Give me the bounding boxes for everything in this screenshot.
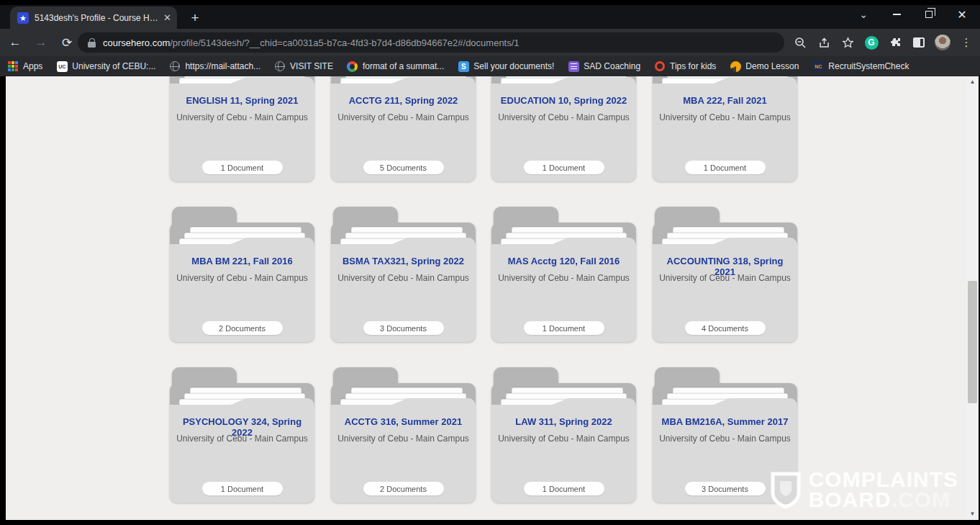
folder-title[interactable]: MBA 222, Fall 2021 (657, 95, 793, 106)
toolbar-right-icons: G ⋮ (790, 29, 980, 56)
course-folder-card[interactable]: MAS Acctg 120, Fall 2016University of Ce… (491, 207, 636, 342)
tab-search-chevron-icon[interactable]: ⌄ (847, 0, 880, 29)
document-count-pill: 5 Documents (363, 161, 444, 174)
course-folder-card[interactable]: ACCTG 316, Summer 2021University of Cebu… (331, 367, 476, 503)
bookmark-item[interactable]: format of a summat... (347, 60, 444, 72)
folder-school: University of Cebu - Main Campus (657, 112, 793, 122)
folder-school: University of Cebu - Main Campus (335, 434, 471, 444)
globe-icon (274, 60, 286, 72)
bookmark-label: University of CEBU:... (72, 61, 155, 71)
bookmark-item[interactable]: UCUniversity of CEBU:... (56, 60, 155, 72)
minimize-icon (893, 14, 901, 15)
close-window-button[interactable]: ✕ (945, 0, 979, 29)
url-domain: coursehero.com (103, 37, 170, 48)
new-tab-button[interactable]: + (186, 9, 204, 27)
browser-window: ★ 5143desh's Profile - Course Hero ✕ + ⌄… (0, 0, 980, 525)
bookmark-item[interactable]: https://mail-attach... (169, 60, 260, 72)
course-folder-card[interactable]: PSYCHOLOGY 324, Spring 2022University of… (170, 367, 314, 503)
document-count-pill: 1 Document (202, 482, 283, 495)
bookmark-label: SAD Coaching (584, 61, 640, 71)
url-path: /profile/5143desh/?__chid=ca0031a5-b7ca-… (170, 37, 519, 48)
bookmark-item[interactable]: Tips for kids (654, 60, 716, 72)
complaintsboard-watermark: COMPLAINTS BOARD.COM (770, 470, 958, 510)
ring-icon (654, 60, 666, 72)
course-folder-card[interactable]: EDUCATION 10, Spring 2022University of C… (491, 76, 636, 181)
watermark-line1: COMPLAINTS (809, 470, 958, 490)
forward-button[interactable]: → (30, 32, 52, 53)
watermark-suffix: .COM (891, 488, 950, 511)
folder-school: University of Cebu - Main Campus (496, 434, 632, 444)
bookmark-item[interactable]: NCRecruitSystemCheck (812, 60, 909, 72)
bookmark-item[interactable]: Demo Lesson (730, 60, 799, 72)
scroll-down-arrow-icon[interactable]: ▼ (966, 508, 979, 520)
bookmarks-bar: AppsUCUniversity of CEBU:...https://mail… (0, 56, 980, 76)
bookmark-label: Tips for kids (670, 61, 716, 71)
course-folder-card[interactable]: ENGLISH 11, Spring 2021University of Ceb… (170, 76, 314, 181)
nc-badge-icon: NC (812, 60, 824, 72)
browser-menu-icon[interactable]: ⋮ (956, 32, 976, 53)
coursehero-favicon-star-icon: ★ (17, 12, 29, 24)
document-count-pill: 1 Document (202, 161, 283, 174)
bookmark-star-icon[interactable] (838, 32, 858, 53)
folder-title[interactable]: MAS Acctg 120, Fall 2016 (496, 256, 632, 266)
course-folder-card[interactable]: MBA 222, Fall 2021University of Cebu - M… (653, 76, 797, 181)
bookmark-label: https://mail-attach... (185, 61, 260, 71)
scroll-up-arrow-icon[interactable]: ▲ (966, 76, 979, 88)
minimize-button[interactable] (880, 0, 913, 29)
folder-school: University of Cebu - Main Campus (335, 112, 471, 122)
tab-title: 5143desh's Profile - Course Hero (35, 13, 159, 23)
document-count-pill: 4 Documents (685, 321, 766, 335)
reload-button[interactable]: ⟳ (56, 32, 78, 53)
folder-title[interactable]: BSMA TAX321, Spring 2022 (335, 256, 471, 266)
back-button[interactable]: ← (4, 32, 26, 53)
bookmark-label: VISIT SITE (290, 61, 333, 71)
folder-title[interactable]: ACCTG 211, Spring 2022 (335, 95, 471, 106)
restore-icon (925, 11, 933, 18)
apps-grid-icon (7, 60, 19, 72)
bookmark-label: Sell your documents! (473, 61, 554, 71)
course-folder-card[interactable]: BSMA TAX321, Spring 2022University of Ce… (331, 207, 476, 342)
course-folder-card[interactable]: ACCTG 211, Spring 2022University of Cebu… (331, 76, 476, 181)
folder-title[interactable]: MBA BM 221, Fall 2016 (174, 256, 310, 266)
folder-school: University of Cebu - Main Campus (335, 273, 471, 283)
document-count-pill: 2 Documents (363, 482, 444, 495)
scrollbar-thumb[interactable] (968, 281, 977, 403)
course-folder-card[interactable]: ACCOUNTING 318, Spring 2021University of… (653, 207, 797, 342)
folder-title[interactable]: MBA BM216A, Summer 2017 (657, 416, 793, 427)
folder-title[interactable]: ENGLISH 11, Spring 2021 (174, 95, 310, 106)
bookmark-label: Demo Lesson (745, 61, 799, 71)
scrollbar[interactable]: ▲ ▼ (966, 76, 979, 520)
extensions-puzzle-icon[interactable] (885, 32, 905, 53)
share-icon[interactable] (814, 32, 834, 53)
course-folder-card[interactable]: LAW 311, Spring 2022University of Cebu -… (491, 367, 636, 503)
restore-button[interactable] (912, 0, 945, 29)
bookmark-item[interactable]: SSell your documents! (458, 60, 554, 72)
bookmark-item[interactable]: VISIT SITE (274, 60, 333, 72)
document-count-pill: 1 Document (524, 321, 604, 335)
zoom-icon[interactable] (790, 32, 810, 53)
folder-title[interactable]: ACCTG 316, Summer 2021 (335, 416, 471, 427)
folder-school: University of Cebu - Main Campus (174, 112, 310, 122)
folder-title[interactable]: LAW 311, Spring 2022 (496, 416, 632, 427)
google-g-icon (347, 60, 358, 72)
watermark-text: COMPLAINTS BOARD.COM (809, 470, 958, 510)
bookmark-item[interactable]: Apps (7, 60, 42, 72)
uc-badge-icon: UC (56, 60, 68, 72)
address-bar[interactable]: coursehero.com/profile/5143desh/?__chid=… (78, 32, 784, 53)
pie-icon (730, 60, 741, 72)
course-folder-card[interactable]: MBA BM 221, Fall 2016University of Cebu … (170, 207, 314, 342)
profile-avatar[interactable] (933, 32, 953, 53)
side-panel-icon[interactable] (909, 32, 929, 53)
document-count-pill: 3 Documents (685, 482, 766, 495)
folder-school: University of Cebu - Main Campus (174, 434, 310, 444)
document-count-pill: 2 Documents (202, 321, 283, 335)
browser-tab[interactable]: ★ 5143desh's Profile - Course Hero ✕ (10, 6, 177, 29)
bookmark-label: format of a summat... (363, 61, 444, 71)
grammarly-extension-icon[interactable]: G (861, 32, 881, 53)
folder-title[interactable]: EDUCATION 10, Spring 2022 (496, 95, 632, 106)
folder-school: University of Cebu - Main Campus (657, 273, 793, 283)
folder-school: University of Cebu - Main Campus (657, 434, 793, 444)
tab-close-icon[interactable]: ✕ (163, 12, 171, 23)
bookmark-item[interactable]: SAD Coaching (568, 60, 640, 72)
folder-school: University of Cebu - Main Campus (174, 273, 310, 283)
